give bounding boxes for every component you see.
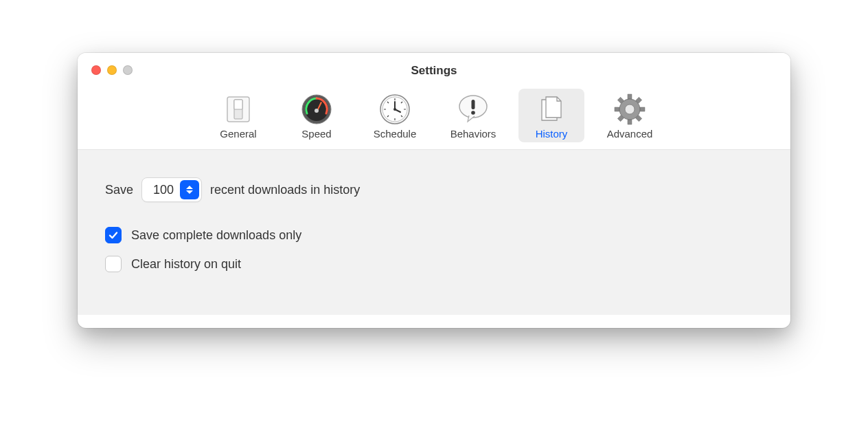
- tab-history[interactable]: History: [518, 89, 584, 142]
- save-complete-label: Save complete downloads only: [131, 228, 301, 243]
- stepper-icon: [180, 180, 199, 199]
- svg-rect-2: [234, 100, 242, 109]
- save-prefix-label: Save: [105, 183, 133, 197]
- tab-label: Schedule: [374, 128, 417, 140]
- tab-speed[interactable]: Speed: [284, 89, 350, 142]
- svg-point-24: [625, 104, 635, 114]
- svg-rect-21: [472, 100, 475, 109]
- tab-advanced[interactable]: Advanced: [597, 89, 663, 142]
- tab-label: Behaviors: [450, 128, 496, 140]
- tab-label: History: [536, 128, 568, 140]
- documents-icon: [535, 93, 568, 126]
- zoom-button[interactable]: [123, 65, 133, 75]
- tab-label: Speed: [301, 128, 331, 140]
- minimize-button[interactable]: [107, 65, 117, 75]
- tab-behaviors[interactable]: Behaviors: [440, 89, 506, 142]
- svg-point-22: [471, 111, 475, 115]
- switch-icon: [222, 93, 255, 126]
- clear-history-checkbox[interactable]: [105, 256, 122, 272]
- history-pane: Save 100 recent downloads in history Sav…: [78, 150, 790, 315]
- clear-history-label: Clear history on quit: [131, 257, 241, 272]
- window-title: Settings: [411, 64, 457, 78]
- window-controls: [91, 65, 133, 75]
- settings-window: Settings General: [78, 53, 790, 328]
- speech-alert-icon: [457, 93, 490, 126]
- close-button[interactable]: [91, 65, 101, 75]
- gear-icon: [613, 93, 646, 126]
- save-complete-checkbox[interactable]: [105, 227, 122, 243]
- save-suffix-label: recent downloads in history: [210, 183, 360, 197]
- save-history-row: Save 100 recent downloads in history: [105, 177, 763, 202]
- gauge-icon: [300, 93, 333, 126]
- clock-icon: [378, 93, 411, 126]
- tab-label: General: [220, 128, 256, 140]
- titlebar: Settings: [78, 53, 790, 89]
- save-count-select[interactable]: 100: [141, 177, 202, 202]
- preferences-toolbar: General Speed: [78, 89, 790, 150]
- svg-point-6: [315, 109, 319, 113]
- save-count-value: 100: [153, 183, 174, 197]
- clear-history-row: Clear history on quit: [105, 256, 763, 272]
- checkmark-icon: [108, 230, 119, 241]
- tab-general[interactable]: General: [205, 89, 271, 142]
- svg-point-19: [393, 108, 396, 111]
- tab-schedule[interactable]: Schedule: [362, 89, 428, 142]
- save-complete-row: Save complete downloads only: [105, 227, 763, 243]
- tab-label: Advanced: [607, 128, 653, 140]
